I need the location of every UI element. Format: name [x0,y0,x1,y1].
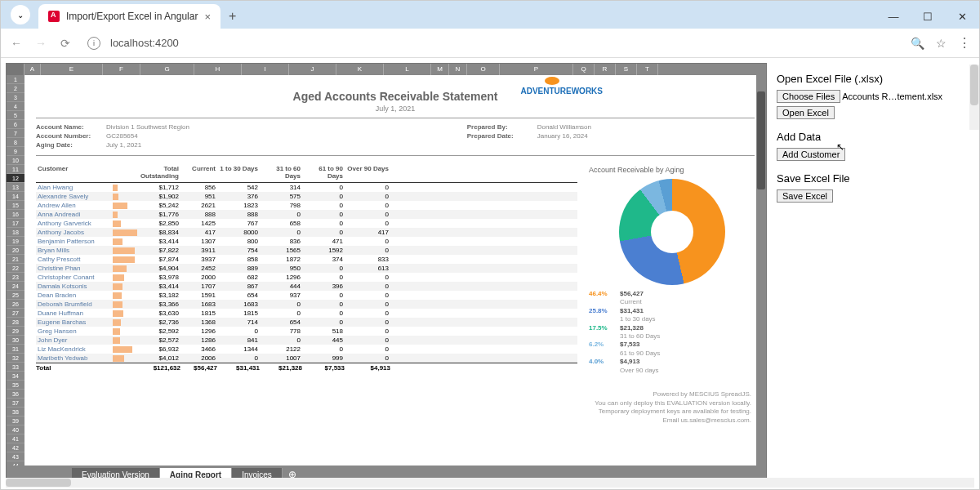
chart-title: Account Receivable by Aging [589,166,755,174]
page-horizontal-scrollbar[interactable] [6,478,974,488]
site-info-icon[interactable]: i [87,37,100,50]
donut-chart [619,179,725,285]
table-row[interactable]: Deborah Brumfield $3,3661683 16830 00 [36,300,577,309]
table-row[interactable]: Andrew Allen $5,2422621 1823798 00 [36,201,577,210]
table-row[interactable]: Anthony Jacobs $8,834417 80000 0417 [36,228,577,237]
open-file-heading: Open Excel File (.xlsx) [777,73,969,85]
save-excel-button[interactable]: Save Excel [777,189,833,203]
report-date: July 1, 2021 [24,105,766,113]
evaluation-notice: Powered by MESCIUS SpreadJS. You can onl… [580,390,751,425]
window-close-button[interactable]: ✕ [945,4,979,29]
bookmark-icon[interactable]: ☆ [936,37,947,50]
url-field[interactable]: localhost:4200 [110,37,901,49]
column-headers: A E F G H I J K L M N O P Q R S T [7,64,766,75]
address-bar: ← → ⟳ i localhost:4200 🔍 ☆ ⋮ [1,29,979,58]
table-row[interactable]: John Dyer $2,5721286 8410 4450 [36,336,577,345]
table-row[interactable]: Bryan Mills $7,8223911 7541565 15920 [36,246,577,255]
close-tab-icon[interactable]: × [204,11,211,23]
add-customer-button[interactable]: Add Customer [777,148,845,161]
reload-button[interactable]: ⟳ [58,36,73,51]
chart-legend: 46.4%$56,427Current25.8%$31,4311 to 30 d… [589,290,755,375]
browser-tab[interactable]: Import/Export Excel in Angular × [38,4,220,29]
table-row[interactable]: Alexandre Savely $1,902951 376575 00 [36,192,577,201]
table-row[interactable]: Benjamin Patterson $3,4141307 800836 471… [36,237,577,246]
angular-icon [48,11,60,22]
table-row[interactable]: Christopher Conant $3,9782000 6821296 00 [36,273,577,282]
window-minimize-button[interactable]: — [876,4,911,29]
aging-chart-panel: Account Receivable by Aging 46.4%$56,427… [584,164,760,376]
choose-files-button[interactable]: Choose Files [777,90,840,103]
side-panel: Open Excel File (.xlsx) Choose Files Acc… [767,58,979,489]
new-tab-button[interactable]: + [229,9,236,24]
table-row[interactable]: Damala Kotsonis $3,4141707 867444 3960 [36,282,577,291]
window-maximize-button[interactable]: ☐ [911,4,945,29]
aging-table: Customer Total Outstanding Current 1 to … [36,164,577,376]
add-data-heading: Add Data [777,131,969,143]
row-headers: 1234567891011121314151617181920212223242… [7,75,24,466]
open-excel-button[interactable]: Open Excel [777,106,835,119]
page-vertical-scrollbar[interactable] [969,65,979,130]
table-row[interactable]: Dean Braden $3,1821591 654937 00 [36,291,577,300]
table-row[interactable]: Duane Huffman $3,6301815 18150 00 [36,309,577,318]
adventureworks-logo: ADVENTUREWORKS [520,87,603,96]
table-row[interactable]: Liz MacKendrick $6,9323466 13442122 00 [36,345,577,354]
table-total-row: Total $121,632 $56,427 $31,431 $21,328 $… [36,363,577,372]
cursor-icon: ↖ [836,141,844,153]
spreadsheet[interactable]: A E F G H I J K L M N O P Q R S T [6,63,767,484]
table-row[interactable]: Greg Hansen $2,5921296 0778 5180 [36,327,577,336]
save-file-heading: Save Excel File [777,172,969,185]
table-row[interactable]: Anna Andreadi $1,776888 8880 00 [36,210,577,219]
browser-tabbar: ⌄ Import/Export Excel in Angular × + — ☐… [1,1,979,29]
chosen-file-name: Accounts R…tement.xlsx [842,91,942,101]
recent-tabs-button[interactable]: ⌄ [11,5,30,24]
table-row[interactable]: Christine Phan $4,9042452 889950 0613 [36,264,577,273]
table-header-row: Customer Total Outstanding Current 1 to … [36,164,577,183]
table-row[interactable]: Anthony Garverick $2,8501425 767658 00 [36,219,577,228]
table-row[interactable]: Maribeth Yedwab $4,0122006 01007 9990 [36,354,577,363]
vertical-scrollbar[interactable] [756,75,766,466]
table-row[interactable]: Eugene Barchas $2,7361368 714654 00 [36,318,577,327]
table-row[interactable]: Cathy Prescott $7,8743937 8581872 374833 [36,255,577,264]
browser-menu-button[interactable]: ⋮ [958,35,971,51]
table-row[interactable]: Alan Hwang $1,712856 542314 00 [36,183,577,192]
back-button[interactable]: ← [9,36,24,51]
zoom-icon[interactable]: 🔍 [911,37,924,50]
tab-title: Import/Export Excel in Angular [66,11,198,22]
forward-button[interactable]: → [33,36,48,51]
report-title: Aged Accounts Receivable Statement [24,75,766,103]
